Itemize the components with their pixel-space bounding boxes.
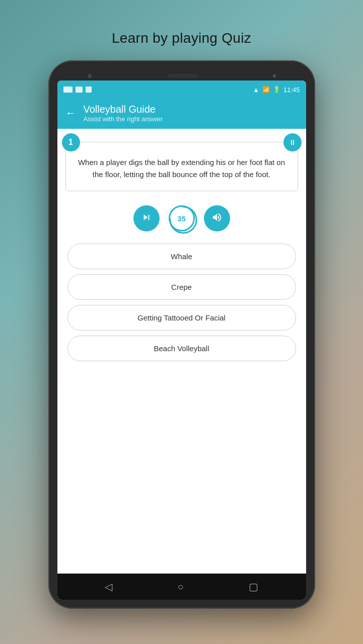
status-icon-1: [63, 87, 72, 93]
nav-home-button[interactable]: ○: [177, 581, 183, 593]
phone-top-hardware: [57, 69, 306, 80]
question-card: 1 ⏸ When a player digs the ball by exten…: [65, 142, 298, 191]
status-bar: ▲ 📶 🔋 11:45: [57, 80, 306, 99]
question-text: When a player digs the ball by extending…: [75, 156, 288, 181]
status-left-icons: [63, 87, 92, 93]
status-right: ▲ 📶 🔋 11:45: [253, 86, 300, 94]
phone-screen: ▲ 📶 🔋 11:45 ← Volleyball Guide Assist wi…: [57, 80, 306, 600]
app-bar-text: Volleyball Guide Assist with the right a…: [84, 104, 163, 123]
timer-button[interactable]: 35: [169, 205, 195, 231]
status-icon-3: [86, 87, 92, 93]
option-2-button[interactable]: Crepe: [67, 274, 296, 300]
status-icon-2: [76, 87, 83, 93]
back-button[interactable]: ←: [65, 107, 77, 120]
controls-row: 35: [133, 205, 230, 231]
option-4-button[interactable]: Beach Volleyball: [67, 336, 296, 361]
wifi-icon: ▲: [253, 86, 259, 94]
signal-icon: 📶: [262, 86, 270, 93]
page-title: Learn by playing Quiz: [112, 30, 251, 46]
pause-badge[interactable]: ⏸: [283, 133, 302, 151]
sensor-dot: [273, 74, 276, 77]
skip-button[interactable]: [133, 205, 160, 231]
main-content: 1 ⏸ When a player digs the ball by exten…: [57, 129, 306, 574]
option-3-button[interactable]: Getting Tattooed Or Facial: [67, 305, 296, 331]
app-bar: ← Volleyball Guide Assist with the right…: [57, 99, 306, 129]
option-1-label: Whale: [171, 252, 192, 261]
app-bar-subtitle: Assist with the right answer: [84, 115, 163, 123]
timer-value: 35: [177, 214, 186, 223]
nav-back-button[interactable]: ◁: [105, 581, 112, 593]
skip-icon: [141, 212, 152, 225]
phone-container: ▲ 📶 🔋 11:45 ← Volleyball Guide Assist wi…: [48, 60, 315, 609]
app-bar-title: Volleyball Guide: [84, 104, 163, 115]
nav-recent-button[interactable]: ▢: [249, 581, 258, 593]
options-container: Whale Crepe Getting Tattooed Or Facial B…: [65, 244, 298, 361]
sound-icon: [211, 212, 223, 225]
question-number-badge: 1: [62, 133, 80, 151]
option-1-button[interactable]: Whale: [67, 244, 296, 269]
time-display: 11:45: [283, 86, 300, 94]
option-3-label: Getting Tattooed Or Facial: [137, 313, 226, 322]
battery-icon: 🔋: [273, 86, 280, 93]
bottom-nav-bar: ◁ ○ ▢: [57, 574, 306, 600]
option-4-label: Beach Volleyball: [154, 344, 209, 353]
option-2-label: Crepe: [171, 283, 192, 291]
speaker-grille: [167, 74, 197, 78]
pause-icon: ⏸: [289, 138, 296, 146]
camera-dot: [88, 74, 92, 78]
sound-button[interactable]: [204, 205, 230, 231]
